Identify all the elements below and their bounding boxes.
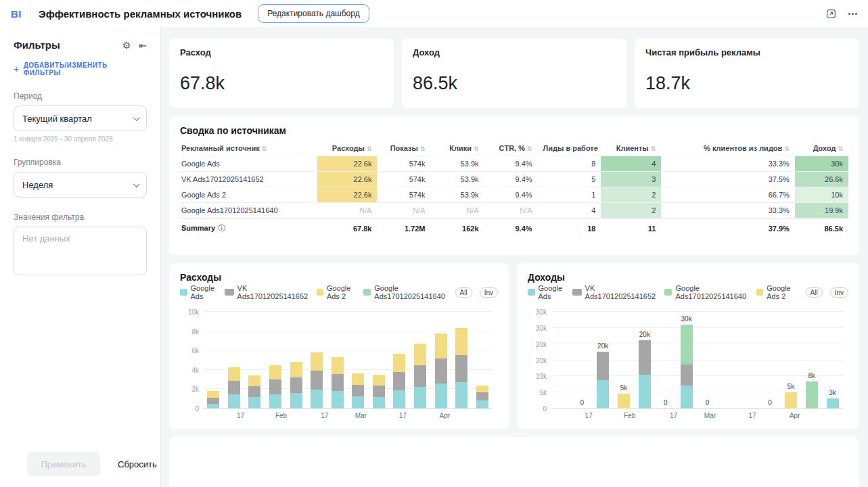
column-header[interactable]: Расходы⇅ — [317, 140, 378, 156]
stacked-bar[interactable] — [228, 367, 240, 409]
column-header[interactable]: Рекламный источник⇅ — [180, 140, 317, 156]
bar-segment[interactable] — [352, 396, 364, 409]
bar-segment[interactable] — [681, 325, 693, 365]
legend-inv-button[interactable]: Inv — [830, 287, 848, 298]
stacked-bar[interactable] — [827, 398, 839, 409]
filter-values-input[interactable]: Нет данных — [14, 227, 147, 275]
grouping-select[interactable]: Неделя — [14, 172, 147, 198]
bar-segment[interactable] — [639, 340, 651, 375]
stacked-bar[interactable] — [639, 340, 651, 409]
column-header[interactable]: % клиентов из лидов⇅ — [661, 140, 795, 156]
stacked-bar[interactable] — [806, 381, 818, 409]
bar-segment[interactable] — [290, 393, 302, 409]
add-edit-filters-link[interactable]: + ДОБАВИТЬ/ИЗМЕНИТЬ ФИЛЬТРЫ — [14, 62, 147, 76]
stacked-bar[interactable] — [290, 362, 302, 409]
column-header[interactable]: CTR, %⇅ — [484, 140, 538, 156]
bar-segment[interactable] — [806, 381, 818, 409]
reset-button[interactable]: Сбросить — [118, 459, 157, 469]
legend-item[interactable]: Google Ads — [528, 284, 565, 300]
bar-segment[interactable] — [248, 397, 260, 409]
bar-segment[interactable] — [455, 355, 467, 381]
bar-segment[interactable] — [414, 365, 426, 386]
bar-segment[interactable] — [476, 386, 488, 392]
bar-segment[interactable] — [269, 379, 281, 394]
bar-segment[interactable] — [332, 374, 344, 391]
collapse-sidebar-icon[interactable]: ⇤ — [139, 40, 147, 51]
bar-segment[interactable] — [311, 390, 323, 409]
more-options-icon[interactable] — [848, 13, 857, 15]
bar-segment[interactable] — [207, 398, 219, 404]
stacked-bar[interactable] — [455, 328, 467, 409]
info-icon[interactable]: ⓘ — [218, 224, 225, 232]
bar-segment[interactable] — [373, 375, 385, 386]
bar-segment[interactable] — [248, 386, 260, 397]
bar-segment[interactable] — [681, 365, 693, 385]
bar-segment[interactable] — [290, 362, 302, 377]
stacked-bar[interactable] — [393, 354, 405, 409]
legend-all-button[interactable]: All — [806, 287, 823, 298]
bar-segment[interactable] — [311, 371, 323, 390]
stacked-bar[interactable] — [352, 373, 364, 409]
bar-segment[interactable] — [785, 392, 797, 409]
period-select[interactable]: Текущий квартал — [14, 106, 147, 131]
legend-item[interactable]: Google Ads 2 — [756, 284, 798, 300]
open-in-new-icon[interactable] — [826, 9, 836, 19]
bar-segment[interactable] — [228, 394, 240, 409]
legend-item[interactable]: Google Ads — [180, 284, 217, 300]
sort-icon[interactable]: ⇅ — [784, 145, 790, 152]
stacked-bar[interactable] — [269, 365, 281, 409]
bar-segment[interactable] — [435, 384, 447, 409]
bi-logo[interactable]: BI — [11, 8, 22, 20]
column-header[interactable]: Доход⇅ — [795, 140, 848, 156]
bar-segment[interactable] — [290, 377, 302, 394]
bar-segment[interactable] — [352, 385, 364, 396]
bar-segment[interactable] — [597, 352, 609, 380]
bar-segment[interactable] — [269, 394, 281, 409]
stacked-bar[interactable] — [373, 375, 385, 409]
bar-segment[interactable] — [207, 391, 219, 398]
bar-segment[interactable] — [435, 358, 447, 384]
sort-icon[interactable]: ⇅ — [651, 145, 656, 152]
bar-segment[interactable] — [207, 404, 219, 409]
bar-segment[interactable] — [435, 333, 447, 358]
bar-segment[interactable] — [332, 357, 344, 374]
bar-segment[interactable] — [827, 398, 839, 409]
bar-segment[interactable] — [248, 375, 260, 386]
stacked-bar[interactable] — [435, 333, 447, 409]
stacked-bar[interactable] — [248, 375, 260, 409]
sort-icon[interactable]: ⇅ — [420, 145, 426, 152]
stacked-bar[interactable] — [332, 357, 344, 409]
stacked-bar[interactable] — [785, 392, 797, 409]
sort-icon[interactable]: ⇅ — [262, 145, 267, 152]
bar-segment[interactable] — [373, 397, 385, 409]
edit-dashboard-button[interactable]: Редактировать дашборд — [258, 4, 369, 23]
bar-segment[interactable] — [597, 380, 609, 409]
legend-item[interactable]: VK Ads17012025141652 — [225, 284, 309, 300]
sort-icon[interactable]: ⇅ — [527, 145, 532, 152]
bar-segment[interactable] — [332, 391, 344, 409]
sort-icon[interactable]: ⇅ — [838, 145, 843, 152]
legend-inv-button[interactable]: Inv — [480, 287, 498, 298]
bar-segment[interactable] — [393, 372, 405, 390]
stacked-bar[interactable] — [681, 325, 693, 409]
sort-icon[interactable]: ⇅ — [600, 145, 601, 152]
legend-item[interactable]: Google Ads17012025141640 — [664, 284, 749, 300]
column-header[interactable]: Клики⇅ — [430, 140, 484, 156]
stacked-bar[interactable] — [618, 394, 630, 409]
legend-item[interactable]: Google Ads 2 — [317, 284, 356, 300]
bar-segment[interactable] — [373, 386, 385, 396]
legend-item[interactable]: Google Ads17012025141640 — [363, 284, 448, 300]
column-header[interactable]: Показы⇅ — [377, 140, 430, 156]
stacked-bar[interactable] — [476, 386, 488, 409]
sort-icon[interactable]: ⇅ — [367, 145, 372, 152]
bar-segment[interactable] — [393, 390, 405, 409]
sort-icon[interactable]: ⇅ — [474, 145, 479, 152]
bar-segment[interactable] — [618, 394, 630, 409]
bar-segment[interactable] — [455, 382, 467, 409]
stacked-bar[interactable] — [207, 391, 219, 409]
gear-icon[interactable]: ⚙ — [122, 40, 131, 51]
bar-segment[interactable] — [414, 344, 426, 365]
bar-segment[interactable] — [476, 392, 488, 400]
column-header[interactable]: Клиенты⇅ — [601, 140, 661, 156]
apply-button[interactable]: Применить — [27, 452, 100, 476]
